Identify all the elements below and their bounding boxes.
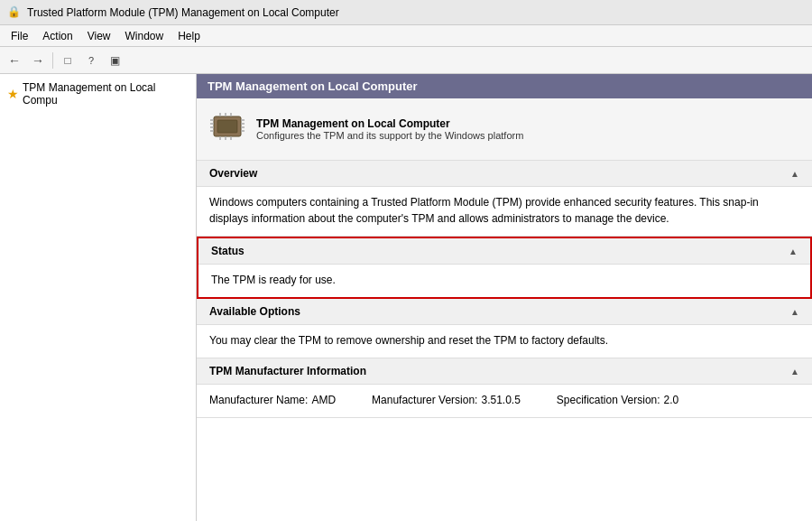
specification-version-value: 2.0 — [664, 392, 679, 408]
manufacturer-info-header[interactable]: TPM Manufacturer Information ▲ — [197, 358, 812, 385]
right-panel: TPM Management on Local Computer — [197, 74, 812, 521]
overview-title: Overview — [209, 167, 257, 180]
properties-button[interactable]: ▣ — [104, 50, 125, 71]
section-available-options: Available Options ▲ You may clear the TP… — [197, 299, 812, 358]
status-text: The TPM is ready for use. — [211, 274, 336, 286]
overview-body: Windows computers containing a Trusted P… — [197, 187, 812, 236]
manufacturer-row: Manufacturer Name: AMD Manufacturer Vers… — [209, 392, 799, 408]
toolbar: ← → □ ? ▣ — [0, 47, 812, 74]
overview-header[interactable]: Overview ▲ — [197, 161, 812, 187]
svg-rect-1 — [217, 120, 237, 133]
main-container: ★ TPM Management on Local Compu TPM Mana… — [0, 74, 812, 521]
available-options-text: You may clear the TPM to remove ownershi… — [209, 334, 608, 347]
console-button[interactable]: □ — [57, 50, 78, 71]
available-options-toggle: ▲ — [790, 307, 799, 317]
manufacturer-name-value: AMD — [311, 392, 336, 408]
menu-bar: File Action View Window Help — [0, 25, 812, 47]
menu-help[interactable]: Help — [171, 28, 208, 44]
toolbar-separator-1 — [52, 52, 53, 69]
overview-toggle: ▲ — [790, 169, 799, 179]
manufacturer-info-title: TPM Manufacturer Information — [209, 365, 366, 377]
manufacturer-info-toggle: ▲ — [790, 367, 799, 377]
available-options-body: You may clear the TPM to remove ownershi… — [197, 325, 812, 358]
overview-text: Windows computers containing a Trusted P… — [209, 196, 759, 225]
help-button[interactable]: ? — [80, 50, 102, 71]
status-section-wrapper: Status ▲ The TPM is ready for use. — [197, 237, 812, 299]
status-header[interactable]: Status ▲ — [198, 238, 810, 265]
menu-action[interactable]: Action — [35, 28, 79, 44]
status-title: Status — [211, 245, 245, 257]
title-bar-text: Trusted Platform Module (TPM) Management… — [27, 6, 339, 19]
title-bar-icon: 🔒 — [7, 5, 22, 20]
manufacturer-version-label: Manufacturer Version: — [372, 392, 477, 408]
sidebar-item-tpm[interactable]: ★ TPM Management on Local Compu — [0, 78, 196, 110]
panel-header-title: TPM Management on Local Computer — [208, 79, 418, 93]
manufacturer-name-cell: Manufacturer Name: AMD — [209, 392, 336, 408]
status-toggle: ▲ — [789, 247, 798, 256]
section-manufacturer-info: TPM Manufacturer Information ▲ Manufactu… — [197, 358, 812, 418]
panel-header: TPM Management on Local Computer — [197, 74, 812, 98]
menu-file[interactable]: File — [4, 28, 35, 44]
sidebar: ★ TPM Management on Local Compu — [0, 74, 197, 521]
specification-version-label: Specification Version: — [557, 392, 660, 408]
manufacturer-name-label: Manufacturer Name: — [209, 392, 308, 408]
info-title: TPM Management on Local Computer — [256, 117, 523, 130]
info-text-block: TPM Management on Local Computer Configu… — [256, 117, 523, 141]
menu-window[interactable]: Window — [118, 28, 171, 44]
back-button[interactable]: ← — [4, 50, 25, 71]
tpm-icon: ★ — [7, 87, 19, 101]
status-body: The TPM is ready for use. — [198, 265, 810, 297]
available-options-header[interactable]: Available Options ▲ — [197, 299, 812, 325]
menu-view[interactable]: View — [80, 28, 118, 44]
section-status: Status ▲ The TPM is ready for use. — [197, 237, 812, 299]
sidebar-item-label: TPM Management on Local Compu — [23, 81, 189, 107]
title-bar: 🔒 Trusted Platform Module (TPM) Manageme… — [0, 0, 812, 25]
manufacturer-info-body: Manufacturer Name: AMD Manufacturer Vers… — [197, 385, 812, 417]
available-options-title: Available Options — [209, 305, 300, 318]
info-row: TPM Management on Local Computer Configu… — [197, 98, 812, 161]
specification-version-cell: Specification Version: 2.0 — [557, 392, 678, 408]
tpm-icon-svg — [209, 107, 245, 144]
section-overview: Overview ▲ Windows computers containing … — [197, 161, 812, 237]
manufacturer-version-value: 3.51.0.5 — [481, 392, 520, 408]
manufacturer-version-cell: Manufacturer Version: 3.51.0.5 — [372, 392, 521, 408]
forward-button[interactable]: → — [27, 50, 49, 71]
tpm-large-icon — [209, 107, 245, 151]
info-subtitle: Configures the TPM and its support by th… — [256, 130, 523, 141]
